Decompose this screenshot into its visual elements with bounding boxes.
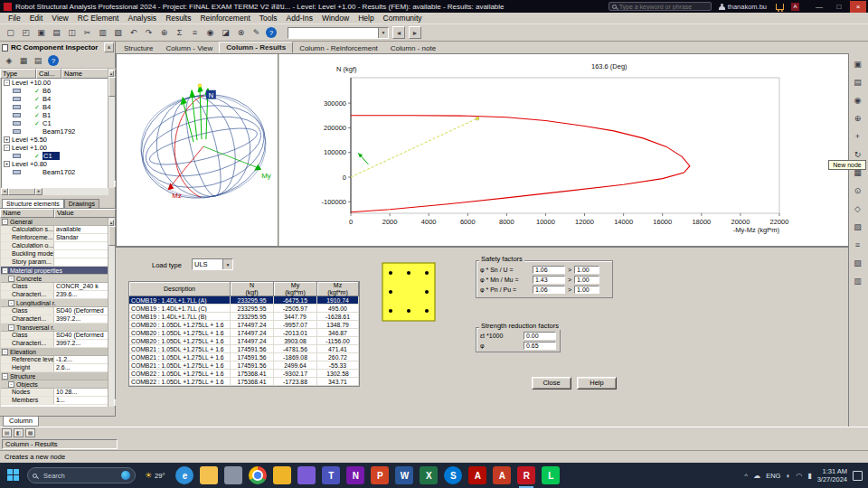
printer-icon[interactable]: ▤ (851, 75, 865, 89)
property-row[interactable]: Calculation o... (1, 242, 108, 250)
tree-scrollbar[interactable]: ▲ ▼ (108, 69, 115, 188)
filter-icon[interactable]: ◈ (3, 54, 15, 67)
grid-scrollbar[interactable]: ▲ ▼ (108, 218, 115, 407)
help-icon[interactable]: ? (266, 27, 277, 38)
section-expander[interactable]: - (8, 276, 14, 282)
analysis-icon[interactable]: ≡ (188, 26, 202, 40)
volume-icon[interactable]: ◐ (786, 472, 790, 480)
property-row[interactable]: Characteri...3997.2... (1, 340, 108, 348)
tree-row[interactable]: ✓B6 (2, 87, 108, 95)
table-row[interactable]: COMB22 : 1.05DL +1.275LL + 1.6175368.41-… (129, 370, 359, 378)
print-icon[interactable]: ▤ (50, 26, 63, 40)
language-indicator[interactable]: ENG (766, 472, 780, 480)
minimize-button[interactable]: — (810, 1, 828, 13)
hscrollbar-thumb[interactable] (8, 188, 35, 195)
new-bar-icon[interactable]: ◇ (851, 202, 865, 216)
tab-structure[interactable]: Structure (118, 43, 159, 53)
property-section[interactable]: -Longitudinal r. (1, 299, 108, 307)
property-section[interactable]: -Material properties (1, 267, 108, 275)
menu-item-view[interactable]: View (47, 14, 72, 23)
account-menu[interactable]: thanakom.bu (719, 3, 767, 11)
word-icon[interactable]: W (395, 466, 413, 484)
grid-icon[interactable]: ▥ (851, 274, 865, 288)
property-section[interactable]: -Elevation (1, 348, 108, 356)
excel-icon[interactable]: X (420, 466, 438, 484)
screen-capture-icon[interactable]: ▣ (851, 57, 865, 71)
layout-tab-icon-1[interactable]: ▤ (2, 428, 12, 437)
property-row[interactable]: ClassSD40 (Deformed (1, 307, 108, 315)
tree-row[interactable]: Beam1702 (2, 168, 108, 176)
inspector-tab-structure-elements[interactable]: Structure elements (2, 199, 64, 208)
next-layout-button[interactable]: ► (409, 26, 421, 39)
network-icon[interactable]: ◠ (796, 472, 802, 480)
tab-column-view[interactable]: Column - View (159, 43, 219, 53)
autocad-icon[interactable]: A (493, 466, 511, 484)
table-row[interactable]: COMB21 : 1.05DL +1.275LL + 1.6174591.56-… (129, 353, 359, 361)
text-label-icon[interactable]: ▧ (851, 220, 865, 234)
skype-icon[interactable]: S (444, 466, 462, 484)
chrome-icon[interactable] (249, 466, 267, 484)
zoom-icon[interactable]: ⊕ (157, 26, 171, 40)
menu-item-window[interactable]: Window (317, 14, 354, 23)
help-button[interactable]: Help (577, 377, 617, 389)
calculator-icon[interactable]: ▦ (17, 54, 30, 67)
close-button[interactable]: Close (532, 377, 571, 389)
line-icon[interactable]: L (542, 466, 560, 484)
menu-item-edit[interactable]: Edit (25, 14, 48, 23)
menu-item-help[interactable]: Help (354, 14, 378, 23)
scroll-right-icon[interactable]: ► (35, 188, 42, 195)
tree-row[interactable]: -Level +10.00 (2, 79, 108, 87)
section-expander[interactable]: - (2, 219, 8, 225)
folder-icon[interactable] (273, 466, 291, 484)
table-row[interactable]: COMB21 : 1.05DL +1.275LL + 1.6174591.56-… (129, 345, 359, 353)
interaction-chart[interactable]: 3000002000001000000-10000002000400060008… (280, 54, 849, 246)
scroll-up-icon[interactable]: ▲ (108, 70, 114, 77)
property-section[interactable]: -Concrete (1, 275, 108, 283)
display-options-icon[interactable]: ≡ (851, 238, 865, 252)
calculator-icon[interactable]: Σ (173, 26, 186, 40)
weather-widget[interactable]: ☀ 29° (145, 471, 165, 480)
previous-layout-button[interactable]: ◄ (392, 26, 405, 39)
grid-scroll-up-icon[interactable]: ▲ (108, 220, 114, 226)
help-search-box[interactable] (609, 2, 712, 11)
menu-item-file[interactable]: File (4, 14, 25, 23)
section-expander[interactable]: - (2, 267, 8, 274)
teams-icon[interactable]: T (322, 466, 340, 484)
load-type-select[interactable]: ULS ▼ (192, 258, 233, 270)
undo-icon[interactable]: ↶ (127, 26, 140, 40)
taskbar-search[interactable]: Search (27, 467, 136, 483)
property-row[interactable]: Members1... (1, 397, 108, 405)
property-row[interactable]: ClassSD40 (Deformed (1, 332, 108, 340)
notification-center-icon[interactable] (853, 471, 863, 481)
tree-row[interactable]: Beam1792 (2, 127, 108, 136)
tree-row[interactable]: ✓C1 (2, 152, 108, 160)
tree-row[interactable]: +Level +5.50 (2, 136, 108, 144)
tray-expand-icon[interactable]: ^ (744, 472, 748, 480)
property-section[interactable]: -Objects (1, 380, 108, 389)
pan-icon[interactable]: + (851, 129, 865, 144)
section-expander[interactable]: - (2, 373, 8, 380)
tree-row[interactable]: +Level +0.80 (2, 160, 108, 168)
inspector-tab-drawings[interactable]: Drawings (64, 199, 99, 208)
onedrive-icon[interactable]: ☁ (753, 472, 760, 480)
scrollbar-thumb[interactable] (108, 77, 116, 97)
scroll-left-icon[interactable]: ◄ (1, 188, 8, 195)
tree-expander[interactable]: - (4, 80, 10, 86)
section-expander[interactable]: - (8, 300, 14, 306)
maximize-button[interactable]: □ (830, 1, 848, 13)
property-row[interactable]: Characteri...239.6... (1, 291, 108, 299)
copy-icon[interactable]: ▥ (96, 26, 109, 40)
clock[interactable]: 1:31 AM 3/27/2024 (817, 467, 847, 484)
property-row[interactable]: Nodes10 28... (1, 389, 108, 397)
menu-item-analysis[interactable]: Analysis (123, 14, 161, 23)
layout-selector[interactable]: ▼ (288, 27, 389, 39)
tree-row[interactable]: ✓B1 (2, 111, 108, 119)
interaction-surface-3d[interactable]: N My Mz (118, 54, 278, 246)
menu-item-tools[interactable]: Tools (255, 14, 282, 23)
edge-icon[interactable]: e (175, 466, 193, 484)
new-file-icon[interactable]: ▢ (4, 26, 17, 40)
printer-icon[interactable]: ▤ (32, 54, 44, 67)
property-row[interactable]: Height2.6... (1, 364, 108, 372)
store-icon[interactable] (776, 4, 784, 10)
tab-column-reinforcement[interactable]: Column - Reinforcement (293, 43, 384, 53)
